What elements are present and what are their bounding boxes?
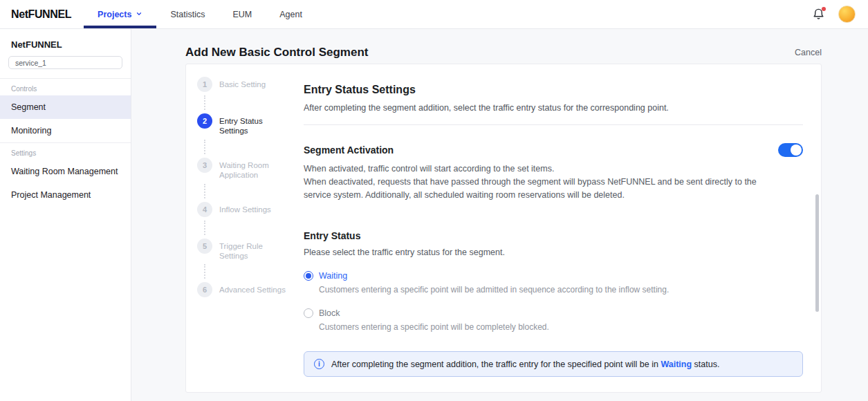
step-label: Advanced Settings [219,282,288,295]
step-advanced-settings[interactable]: 6 Advanced Settings [197,282,304,297]
section-description: After completing the segment addition, s… [304,103,803,113]
banner-highlight: Waiting [661,360,692,369]
step-connector [204,264,205,279]
section-divider [304,124,803,125]
radio-button-block[interactable] [304,308,313,318]
step-number: 6 [197,282,212,297]
step-waiting-room-application[interactable]: 3 Waiting Room Application [197,158,304,180]
step-connector [204,184,205,198]
entry-status-title: Entry Status [304,230,803,241]
nav-item-eum[interactable]: EUM [219,0,266,28]
info-banner: i After completing the segment addition,… [304,351,803,377]
sidebar-item-monitoring[interactable]: Monitoring [0,119,131,142]
step-label: Trigger Rule Settings [219,239,288,261]
sidebar: NetFUNNEL service_1 Controls Segment Mon… [0,29,131,401]
radio-button-waiting[interactable] [304,271,313,281]
step-basic-setting[interactable]: 1 Basic Setting [197,77,304,92]
radio-label: Block [319,308,340,318]
wizard-stepper: 1 Basic Setting 2 Entry Status Settings … [186,64,304,392]
entry-status-block: Entry Status Please select the traffic e… [304,230,803,332]
page-title: Add New Basic Control Segment [185,46,368,59]
step-connector [204,140,205,154]
step-label: Entry Status Settings [219,113,288,136]
segment-activation-title: Segment Activation [304,144,394,156]
section-title: Entry Status Settings [304,84,803,96]
sidebar-project-title: NetFUNNEL [0,39,131,50]
app-logo[interactable]: NetFUNNEL [11,8,71,21]
step-inflow-settings[interactable]: 4 Inflow Settings [197,202,304,217]
segment-activation-description: When activated, traffic control will sta… [304,162,781,201]
primary-nav: Projects Statistics EUM Agent [84,0,316,28]
page-header: Add New Basic Control Segment Cancel [185,46,822,59]
step-label: Waiting Room Application [219,158,288,180]
sidebar-item-waiting-room-management[interactable]: Waiting Room Management [0,160,131,183]
topnav-right [812,0,856,28]
radio-label: Waiting [319,271,347,281]
nav-item-statistics[interactable]: Statistics [156,0,219,28]
nav-item-label: EUM [232,10,252,19]
activation-desc-line1: When activated, traffic control will sta… [304,164,554,174]
sidebar-section-controls: Controls [0,79,131,95]
sidebar-section-settings: Settings [0,143,131,160]
top-navbar: NetFUNNEL Projects Statistics EUM Agent [0,0,868,29]
wizard-content: Entry Status Settings After completing t… [304,64,821,392]
service-selector[interactable]: service_1 [8,56,122,69]
radio-description: Customers entering a specific point will… [319,322,803,332]
nav-item-label: Statistics [170,10,205,19]
nav-item-label: Projects [98,10,131,19]
notifications-bell-icon[interactable] [812,8,826,21]
step-connector [204,95,205,110]
step-number: 3 [197,158,212,173]
entry-status-description: Please select the traffic entry status f… [304,248,803,257]
segment-activation-row: Segment Activation [304,143,803,157]
radio-option-waiting[interactable]: Waiting Customers entering a specific po… [304,271,803,295]
nav-item-label: Agent [279,10,302,19]
step-connector [204,221,205,235]
segment-activation-toggle[interactable] [778,143,803,157]
nav-item-projects[interactable]: Projects [84,0,156,28]
step-number: 2 [197,113,212,129]
activation-desc-line2: When deactivated, requests that have pas… [304,177,757,200]
wizard-card: 1 Basic Setting 2 Entry Status Settings … [185,64,822,393]
step-label: Basic Setting [219,77,288,89]
cancel-button[interactable]: Cancel [795,48,822,57]
info-banner-text: After completing the segment addition, t… [331,360,719,369]
chevron-down-icon [136,10,142,19]
step-number: 4 [197,202,212,217]
radio-description: Customers entering a specific point will… [319,285,803,295]
notification-dot [822,7,826,11]
radio-option-block[interactable]: Block Customers entering a specific poin… [304,308,803,332]
content-scrollbar[interactable] [815,194,819,312]
user-avatar[interactable] [838,6,856,23]
step-trigger-rule-settings[interactable]: 5 Trigger Rule Settings [197,239,304,261]
nav-item-agent[interactable]: Agent [266,0,316,28]
step-label: Inflow Settings [219,202,288,214]
step-entry-status-settings[interactable]: 2 Entry Status Settings [197,113,304,136]
sidebar-item-project-management[interactable]: Project Management [0,183,131,207]
sidebar-item-segment[interactable]: Segment [0,95,131,119]
main-area: Add New Basic Control Segment Cancel 1 B… [131,29,868,401]
info-icon: i [314,359,324,369]
step-number: 5 [197,239,212,254]
toggle-knob [791,144,802,156]
step-number: 1 [197,77,212,92]
